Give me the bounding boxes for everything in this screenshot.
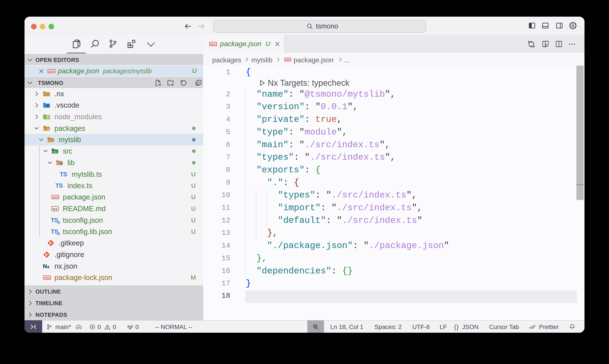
svg-text:npm: npm	[210, 43, 216, 45]
svg-text:npm: npm	[49, 70, 54, 72]
svg-text:npm: npm	[44, 276, 50, 279]
svg-text:npm: npm	[53, 196, 58, 198]
svg-text:npm: npm	[285, 58, 290, 61]
svg-text:JS: JS	[47, 116, 49, 118]
svg-text:M: M	[53, 207, 56, 211]
